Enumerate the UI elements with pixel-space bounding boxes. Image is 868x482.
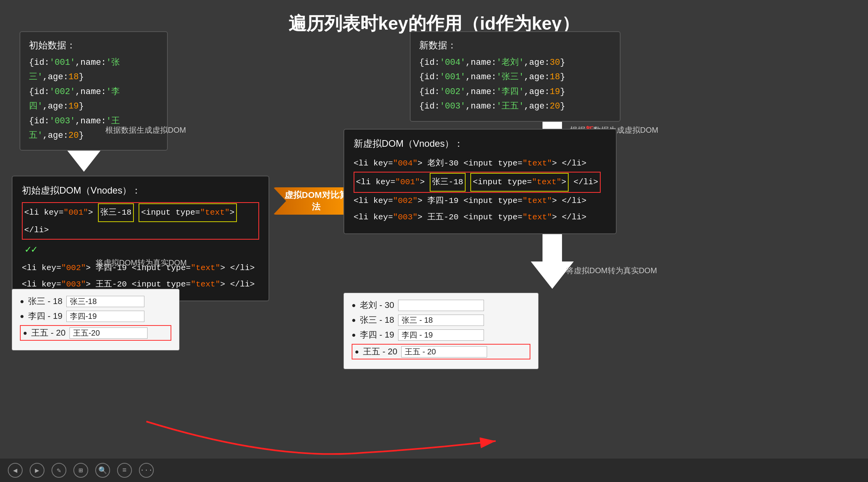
new-realdom-item-1: ● 老刘 - 30 [352,299,530,311]
realdom-label-3: 王五 - 20 [31,327,66,339]
realdom-item-1: ● 张三 - 18 [20,295,171,307]
arrow-label-right-bottom: 将虚拟DOM转为真实DOM [566,265,657,276]
new-bullet-1: ● [352,301,356,309]
realdom-input-1[interactable] [66,296,144,307]
initial-realdom-box: ● 张三 - 18 ● 李四 - 19 ● 王五 - 20 [12,289,180,350]
initial-vdom-line1: <li key="001"> 张三-18 <input type="text">… [22,202,259,260]
initial-data-title: 初始数据： [29,39,158,52]
new-realdom-item-3: ● 李四 - 19 [352,329,530,341]
new-realdom-input-4[interactable] [401,346,487,357]
realdom-label-2: 李四 - 19 [28,310,62,322]
realdom-label-1: 张三 - 18 [28,295,62,307]
new-vdom-box: 新虚拟DOM（Vnodes）： <li key="004"> 老刘-30 <in… [343,129,617,234]
new-realdom-input-3[interactable] [398,329,484,341]
initial-vdom-title: 初始虚拟DOM（Vnodes）： [22,184,259,197]
nav-forward-icon[interactable]: ▶ [30,463,44,478]
nav-back-icon[interactable]: ◀ [8,463,23,478]
initial-data-line1: {id:'001',name:'张三',age:18} [29,55,158,85]
bullet-1: ● [20,297,24,306]
new-realdom-item-2: ● 张三 - 18 [352,314,530,326]
new-bullet-4: ● [355,348,359,356]
bullet-2: ● [20,312,24,320]
new-vdom-line4: <li key="003"> 王五-20 <input type="text">… [354,209,607,226]
initial-data-line2: {id:'002',name:'李四',age:19} [29,85,158,114]
new-data-line2: {id:'001',name:'张三',age:18} [419,70,611,84]
nav-search-icon[interactable]: 🔍 [95,463,110,478]
new-data-title: 新数据： [419,39,611,52]
nav-grid-icon[interactable]: ⊞ [73,463,88,478]
realdom-item-2: ● 李四 - 19 [20,310,171,322]
new-vdom-title: 新虚拟DOM（Vnodes）： [354,137,607,150]
bullet-3: ● [23,329,27,337]
new-realdom-label-4: 王五 - 20 [363,346,397,357]
arrow-label-left-bottom: 将虚拟DOM转为真实DOM [96,258,187,268]
nav-list-icon[interactable]: ≡ [117,463,132,478]
nav-more-icon[interactable]: ··· [139,463,154,478]
new-realdom-item-4: ● 王五 - 20 [352,344,530,359]
arrow-label-left-top: 根据数据生成虚拟DOM [105,125,186,135]
svg-marker-3 [531,230,574,289]
nav-edit-icon[interactable]: ✎ [52,463,66,478]
new-realdom-input-1[interactable] [398,300,484,311]
new-realdom-label-3: 李四 - 19 [360,329,394,341]
new-realdom-box: ● 老刘 - 30 ● 张三 - 18 ● 李四 - 19 ● 王五 - 20 [343,293,539,369]
new-vdom-line3: <li key="002"> 李四-19 <input type="text">… [354,193,607,209]
new-data-line4: {id:'003',name:'王五',age:20} [419,99,611,114]
realdom-input-3[interactable] [69,327,148,339]
new-realdom-label-1: 老刘 - 30 [360,299,394,311]
initial-vdom-box: 初始虚拟DOM（Vnodes）： <li key="001"> 张三-18 <i… [12,176,269,301]
new-data-line3: {id:'002',name:'李四',age:19} [419,85,611,99]
new-vdom-line1: <li key="004"> 老刘-30 <input type="text">… [354,155,607,172]
new-bullet-3: ● [352,331,356,339]
bottom-nav: ◀ ▶ ✎ ⊞ 🔍 ≡ ··· [0,459,868,482]
new-data-box: 新数据： {id:'004',name:'老刘',age:30} {id:'00… [410,31,621,122]
realdom-item-3: ● 王五 - 20 [20,325,171,341]
new-realdom-input-2[interactable] [398,315,484,326]
realdom-input-2[interactable] [66,311,144,322]
new-data-line1: {id:'004',name:'老刘',age:30} [419,55,611,70]
new-bullet-2: ● [352,316,356,324]
new-vdom-line2: <li key="001"> 张三-18 <input type="text">… [354,172,607,193]
new-realdom-label-2: 张三 - 18 [360,314,394,326]
